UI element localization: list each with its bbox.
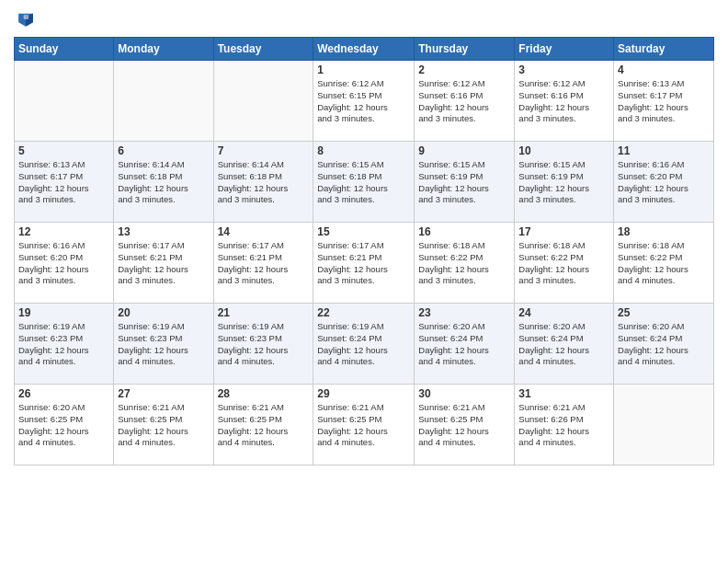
- day-number: 30: [418, 387, 510, 400]
- calendar-cell: 28Sunrise: 6:21 AM Sunset: 6:25 PM Dayli…: [213, 385, 313, 465]
- calendar-cell: 29Sunrise: 6:21 AM Sunset: 6:25 PM Dayli…: [313, 385, 415, 465]
- day-number: 23: [418, 306, 510, 319]
- calendar-cell: [114, 61, 213, 142]
- calendar-cell: 11Sunrise: 6:16 AM Sunset: 6:20 PM Dayli…: [614, 142, 714, 223]
- day-number: 13: [118, 225, 209, 238]
- day-number: 31: [518, 387, 609, 400]
- day-info: Sunrise: 6:19 AM Sunset: 6:23 PM Dayligh…: [118, 321, 209, 368]
- calendar-cell: 19Sunrise: 6:19 AM Sunset: 6:23 PM Dayli…: [15, 304, 114, 385]
- day-info: Sunrise: 6:20 AM Sunset: 6:24 PM Dayligh…: [518, 321, 609, 368]
- day-info: Sunrise: 6:21 AM Sunset: 6:26 PM Dayligh…: [518, 402, 609, 449]
- weekday-header-tuesday: Tuesday: [213, 38, 313, 61]
- calendar-cell: 30Sunrise: 6:21 AM Sunset: 6:25 PM Dayli…: [415, 385, 515, 465]
- day-number: 20: [118, 306, 209, 319]
- header: [14, 9, 714, 29]
- day-info: Sunrise: 6:17 AM Sunset: 6:21 PM Dayligh…: [218, 240, 310, 287]
- day-info: Sunrise: 6:21 AM Sunset: 6:25 PM Dayligh…: [418, 402, 510, 449]
- calendar-cell: 21Sunrise: 6:19 AM Sunset: 6:23 PM Dayli…: [213, 304, 313, 385]
- calendar-week-2: 5Sunrise: 6:13 AM Sunset: 6:17 PM Daylig…: [15, 142, 714, 223]
- day-number: 19: [18, 306, 109, 319]
- calendar-cell: 16Sunrise: 6:18 AM Sunset: 6:22 PM Dayli…: [415, 223, 515, 304]
- day-number: 27: [118, 387, 209, 400]
- day-info: Sunrise: 6:16 AM Sunset: 6:20 PM Dayligh…: [18, 240, 109, 287]
- calendar-cell: 8Sunrise: 6:15 AM Sunset: 6:18 PM Daylig…: [313, 142, 415, 223]
- svg-rect-2: [24, 15, 29, 19]
- day-info: Sunrise: 6:15 AM Sunset: 6:18 PM Dayligh…: [317, 159, 410, 206]
- calendar-cell: [15, 61, 114, 142]
- day-number: 1: [317, 63, 410, 76]
- calendar-cell: 20Sunrise: 6:19 AM Sunset: 6:23 PM Dayli…: [114, 304, 213, 385]
- general-blue-logo-icon: [16, 9, 36, 29]
- day-info: Sunrise: 6:18 AM Sunset: 6:22 PM Dayligh…: [418, 240, 510, 287]
- calendar-cell: 18Sunrise: 6:18 AM Sunset: 6:22 PM Dayli…: [614, 223, 714, 304]
- day-number: 21: [218, 306, 310, 319]
- day-number: 28: [218, 387, 310, 400]
- day-info: Sunrise: 6:14 AM Sunset: 6:18 PM Dayligh…: [118, 159, 209, 206]
- day-info: Sunrise: 6:16 AM Sunset: 6:20 PM Dayligh…: [618, 159, 710, 206]
- weekday-header-row: SundayMondayTuesdayWednesdayThursdayFrid…: [15, 38, 714, 61]
- day-info: Sunrise: 6:12 AM Sunset: 6:16 PM Dayligh…: [418, 78, 510, 125]
- calendar-cell: 4Sunrise: 6:13 AM Sunset: 6:17 PM Daylig…: [614, 61, 714, 142]
- day-info: Sunrise: 6:21 AM Sunset: 6:25 PM Dayligh…: [218, 402, 310, 449]
- calendar-cell: 17Sunrise: 6:18 AM Sunset: 6:22 PM Dayli…: [515, 223, 614, 304]
- day-number: 22: [317, 306, 410, 319]
- page: SundayMondayTuesdayWednesdayThursdayFrid…: [0, 0, 728, 563]
- day-info: Sunrise: 6:13 AM Sunset: 6:17 PM Dayligh…: [618, 78, 710, 125]
- calendar-week-1: 1Sunrise: 6:12 AM Sunset: 6:15 PM Daylig…: [15, 61, 714, 142]
- day-number: 7: [218, 144, 310, 157]
- weekday-header-wednesday: Wednesday: [313, 38, 415, 61]
- day-info: Sunrise: 6:19 AM Sunset: 6:23 PM Dayligh…: [218, 321, 310, 368]
- calendar-cell: 22Sunrise: 6:19 AM Sunset: 6:24 PM Dayli…: [313, 304, 415, 385]
- calendar-cell: 13Sunrise: 6:17 AM Sunset: 6:21 PM Dayli…: [114, 223, 213, 304]
- day-info: Sunrise: 6:19 AM Sunset: 6:24 PM Dayligh…: [317, 321, 410, 368]
- day-info: Sunrise: 6:20 AM Sunset: 6:25 PM Dayligh…: [18, 402, 109, 449]
- calendar-cell: 31Sunrise: 6:21 AM Sunset: 6:26 PM Dayli…: [515, 385, 614, 465]
- day-info: Sunrise: 6:20 AM Sunset: 6:24 PM Dayligh…: [418, 321, 510, 368]
- calendar-week-4: 19Sunrise: 6:19 AM Sunset: 6:23 PM Dayli…: [15, 304, 714, 385]
- calendar-table: SundayMondayTuesdayWednesdayThursdayFrid…: [14, 37, 714, 465]
- calendar-week-3: 12Sunrise: 6:16 AM Sunset: 6:20 PM Dayli…: [15, 223, 714, 304]
- day-number: 24: [518, 306, 609, 319]
- weekday-header-saturday: Saturday: [614, 38, 714, 61]
- calendar-cell: 24Sunrise: 6:20 AM Sunset: 6:24 PM Dayli…: [515, 304, 614, 385]
- day-number: 2: [418, 63, 510, 76]
- day-info: Sunrise: 6:21 AM Sunset: 6:25 PM Dayligh…: [118, 402, 209, 449]
- day-number: 9: [418, 144, 510, 157]
- day-info: Sunrise: 6:12 AM Sunset: 6:15 PM Dayligh…: [317, 78, 410, 125]
- day-info: Sunrise: 6:17 AM Sunset: 6:21 PM Dayligh…: [118, 240, 209, 287]
- day-number: 6: [118, 144, 209, 157]
- day-number: 17: [518, 225, 609, 238]
- day-info: Sunrise: 6:12 AM Sunset: 6:16 PM Dayligh…: [518, 78, 609, 125]
- day-number: 5: [18, 144, 109, 157]
- calendar-cell: 9Sunrise: 6:15 AM Sunset: 6:19 PM Daylig…: [415, 142, 515, 223]
- weekday-header-sunday: Sunday: [15, 38, 114, 61]
- day-number: 16: [418, 225, 510, 238]
- calendar-week-5: 26Sunrise: 6:20 AM Sunset: 6:25 PM Dayli…: [15, 385, 714, 465]
- calendar-cell: 10Sunrise: 6:15 AM Sunset: 6:19 PM Dayli…: [515, 142, 614, 223]
- day-number: 3: [518, 63, 609, 76]
- day-number: 15: [317, 225, 410, 238]
- calendar-cell: 6Sunrise: 6:14 AM Sunset: 6:18 PM Daylig…: [114, 142, 213, 223]
- day-number: 4: [618, 63, 710, 76]
- day-info: Sunrise: 6:13 AM Sunset: 6:17 PM Dayligh…: [18, 159, 109, 206]
- calendar-cell: 1Sunrise: 6:12 AM Sunset: 6:15 PM Daylig…: [313, 61, 415, 142]
- calendar-cell: [614, 385, 714, 465]
- day-number: 25: [618, 306, 710, 319]
- day-info: Sunrise: 6:17 AM Sunset: 6:21 PM Dayligh…: [317, 240, 410, 287]
- day-number: 18: [618, 225, 710, 238]
- calendar-cell: 23Sunrise: 6:20 AM Sunset: 6:24 PM Dayli…: [415, 304, 515, 385]
- day-info: Sunrise: 6:21 AM Sunset: 6:25 PM Dayligh…: [317, 402, 410, 449]
- day-info: Sunrise: 6:14 AM Sunset: 6:18 PM Dayligh…: [218, 159, 310, 206]
- calendar-cell: 3Sunrise: 6:12 AM Sunset: 6:16 PM Daylig…: [515, 61, 614, 142]
- calendar-cell: 12Sunrise: 6:16 AM Sunset: 6:20 PM Dayli…: [15, 223, 114, 304]
- day-info: Sunrise: 6:18 AM Sunset: 6:22 PM Dayligh…: [618, 240, 710, 287]
- weekday-header-thursday: Thursday: [415, 38, 515, 61]
- day-number: 12: [18, 225, 109, 238]
- calendar-cell: [213, 61, 313, 142]
- day-number: 26: [18, 387, 109, 400]
- day-info: Sunrise: 6:20 AM Sunset: 6:24 PM Dayligh…: [618, 321, 710, 368]
- calendar-cell: 15Sunrise: 6:17 AM Sunset: 6:21 PM Dayli…: [313, 223, 415, 304]
- day-info: Sunrise: 6:15 AM Sunset: 6:19 PM Dayligh…: [418, 159, 510, 206]
- day-number: 11: [618, 144, 710, 157]
- day-info: Sunrise: 6:15 AM Sunset: 6:19 PM Dayligh…: [518, 159, 609, 206]
